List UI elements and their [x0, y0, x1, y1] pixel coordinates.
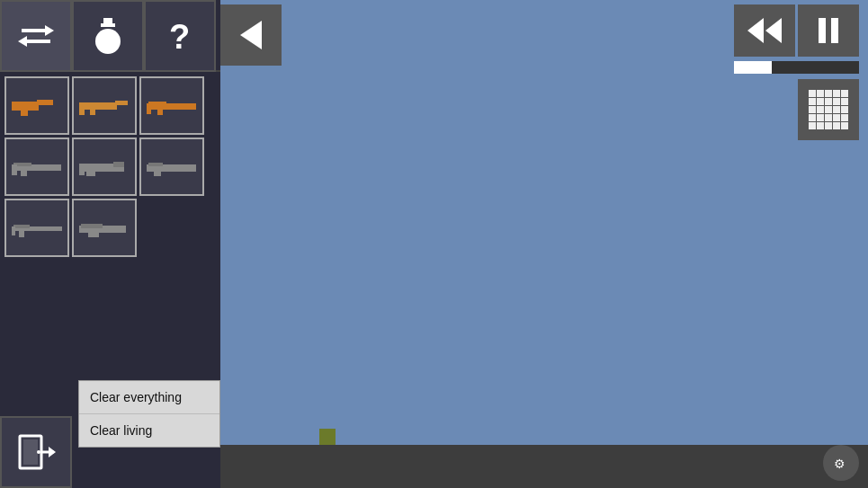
weapon-slot-5[interactable]: [72, 138, 137, 196]
progress-bar-container[interactable]: [734, 61, 859, 74]
svg-rect-2: [27, 40, 50, 43]
bottom-right-settings-button[interactable]: ⚙: [823, 445, 859, 481]
pause-icon: [819, 18, 838, 43]
sidebar: ?: [0, 0, 220, 488]
rewind-button[interactable]: [734, 4, 795, 57]
context-menu: Clear everything Clear living: [78, 380, 220, 448]
svg-rect-9: [12, 102, 39, 111]
svg-rect-13: [115, 101, 128, 105]
svg-marker-3: [18, 36, 27, 47]
pause-button[interactable]: [798, 4, 859, 57]
top-right-controls: [734, 4, 859, 74]
svg-rect-36: [81, 224, 103, 228]
svg-marker-1: [45, 25, 54, 36]
svg-rect-5: [101, 23, 115, 27]
svg-point-42: [37, 450, 40, 454]
progress-bar-fill: [734, 61, 772, 74]
svg-rect-12: [79, 102, 117, 110]
svg-rect-19: [147, 103, 151, 114]
svg-rect-15: [79, 102, 85, 115]
svg-rect-37: [88, 233, 99, 237]
weapon-slot-8[interactable]: [72, 199, 137, 257]
svg-text:⚙: ⚙: [834, 457, 846, 471]
svg-rect-10: [37, 100, 53, 105]
svg-rect-32: [13, 225, 30, 228]
svg-rect-26: [86, 172, 95, 176]
weapon-slot-7[interactable]: [4, 199, 69, 257]
grid-icon: [809, 90, 848, 129]
weapon-slot-3[interactable]: [139, 76, 204, 135]
grid-toggle-button[interactable]: [798, 79, 859, 140]
svg-text:?: ?: [169, 18, 190, 54]
clear-living-button[interactable]: Clear living: [79, 414, 219, 447]
playback-row: [734, 4, 859, 57]
svg-rect-22: [21, 171, 27, 176]
help-button[interactable]: ?: [144, 0, 216, 72]
weapon-slot-2[interactable]: [72, 76, 137, 135]
weapon-slot-1[interactable]: [4, 76, 69, 135]
svg-rect-0: [22, 29, 45, 32]
toolbar-row: ?: [0, 0, 220, 72]
svg-marker-41: [49, 447, 56, 457]
svg-rect-34: [12, 226, 15, 235]
svg-rect-30: [154, 172, 161, 176]
back-arrow-icon: [240, 21, 262, 49]
weapon-grid: [0, 72, 220, 262]
svg-point-7: [99, 32, 106, 40]
svg-rect-29: [148, 163, 163, 166]
weapon-slot-6[interactable]: [139, 138, 204, 196]
svg-rect-25: [113, 162, 124, 167]
svg-rect-11: [21, 111, 28, 116]
svg-rect-39: [23, 439, 38, 465]
svg-rect-18: [157, 110, 163, 115]
clear-everything-button[interactable]: Clear everything: [79, 381, 219, 414]
weapon-slot-4[interactable]: [4, 138, 69, 196]
swap-button[interactable]: [0, 0, 72, 72]
rewind-icon: [747, 18, 782, 43]
potion-button[interactable]: [72, 0, 144, 72]
svg-rect-27: [79, 164, 85, 175]
terrain: [220, 445, 868, 488]
exit-button[interactable]: [0, 416, 72, 488]
back-button[interactable]: [220, 4, 282, 66]
svg-rect-14: [90, 110, 95, 115]
svg-point-6: [95, 29, 121, 54]
svg-rect-33: [19, 231, 24, 237]
entity: [319, 429, 336, 445]
svg-rect-23: [12, 164, 17, 175]
